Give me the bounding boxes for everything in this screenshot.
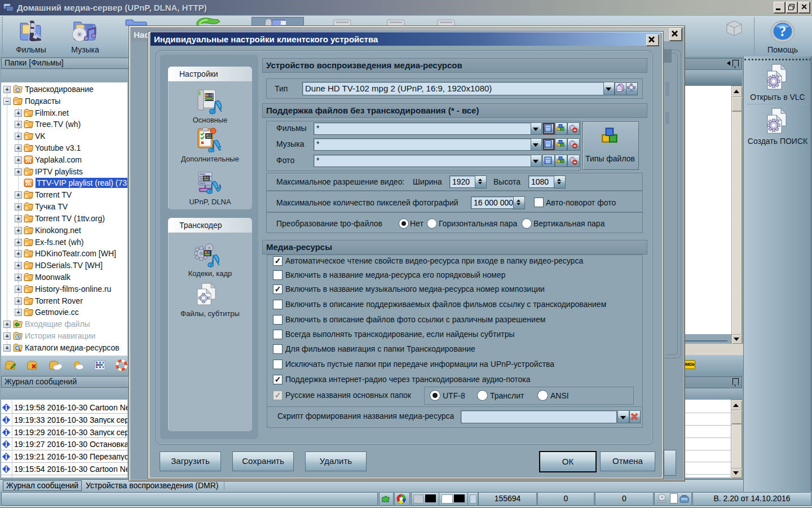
svg-text:?: ? <box>779 24 787 39</box>
